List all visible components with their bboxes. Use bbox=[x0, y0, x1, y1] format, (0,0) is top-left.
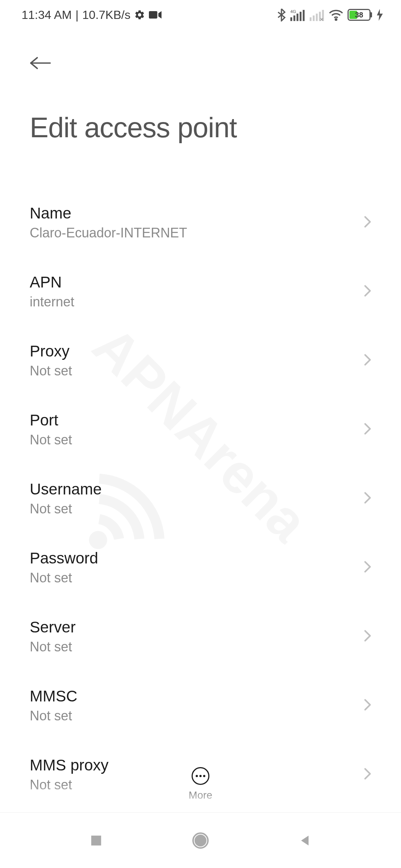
setting-value: Not set bbox=[30, 639, 356, 655]
settings-list: Name Claro-Ecuador-INTERNET APN internet… bbox=[0, 188, 401, 809]
svg-text:4G: 4G bbox=[290, 9, 296, 14]
setting-value: Claro-Ecuador-INTERNET bbox=[30, 225, 356, 241]
chevron-right-icon bbox=[364, 284, 371, 299]
setting-username[interactable]: Username Not set bbox=[0, 464, 401, 533]
setting-label: Proxy bbox=[30, 342, 356, 360]
charging-icon bbox=[376, 9, 383, 21]
status-time: 11:34 AM bbox=[22, 8, 72, 22]
setting-value: Not set bbox=[30, 708, 356, 724]
signal-no-sim-icon: ✕ bbox=[310, 8, 325, 22]
status-separator: | bbox=[75, 8, 78, 22]
setting-apn[interactable]: APN internet bbox=[0, 257, 401, 326]
setting-label: APN bbox=[30, 273, 356, 291]
chevron-right-icon bbox=[364, 698, 371, 713]
setting-value: Not set bbox=[30, 432, 356, 448]
chevron-right-icon bbox=[364, 491, 371, 506]
svg-rect-4 bbox=[293, 16, 295, 21]
status-bar: 11:34 AM | 10.7KB/s 4G ✕ bbox=[0, 0, 401, 30]
navigation-bar bbox=[0, 812, 401, 868]
svg-rect-10 bbox=[316, 14, 318, 21]
svg-rect-5 bbox=[297, 14, 299, 21]
bluetooth-icon bbox=[277, 8, 286, 22]
svg-point-14 bbox=[335, 19, 337, 20]
setting-proxy[interactable]: Proxy Not set bbox=[0, 326, 401, 395]
setting-password[interactable]: Password Not set bbox=[0, 533, 401, 602]
chevron-right-icon bbox=[364, 629, 371, 644]
setting-value: Not set bbox=[30, 501, 356, 517]
chevron-right-icon bbox=[364, 215, 371, 230]
back-button[interactable] bbox=[30, 52, 52, 74]
svg-rect-1 bbox=[149, 11, 157, 19]
setting-value: Not set bbox=[30, 570, 356, 586]
svg-rect-6 bbox=[300, 12, 301, 21]
svg-point-18 bbox=[195, 835, 206, 846]
chevron-right-icon bbox=[364, 353, 371, 368]
signal-4g-icon: 4G bbox=[290, 8, 305, 22]
chevron-right-icon bbox=[364, 422, 371, 437]
setting-label: Password bbox=[30, 549, 356, 567]
svg-text:✕: ✕ bbox=[320, 17, 324, 22]
wifi-icon bbox=[329, 9, 343, 21]
svg-rect-7 bbox=[303, 10, 304, 21]
camera-icon bbox=[149, 10, 162, 19]
gear-icon bbox=[134, 9, 145, 20]
nav-recents-button[interactable] bbox=[89, 833, 104, 848]
svg-rect-3 bbox=[290, 17, 292, 21]
chevron-right-icon bbox=[364, 560, 371, 575]
setting-label: Server bbox=[30, 618, 356, 636]
svg-rect-16 bbox=[91, 835, 101, 845]
setting-value: Not set bbox=[30, 363, 356, 379]
status-data-rate: 10.7KB/s bbox=[82, 8, 131, 22]
setting-name[interactable]: Name Claro-Ecuador-INTERNET bbox=[0, 188, 401, 257]
setting-server[interactable]: Server Not set bbox=[0, 602, 401, 671]
nav-home-button[interactable] bbox=[192, 832, 209, 849]
page-title: Edit access point bbox=[30, 111, 371, 144]
svg-rect-9 bbox=[313, 16, 314, 21]
setting-mms-proxy[interactable]: MMS proxy Not set bbox=[0, 740, 401, 809]
setting-label: Port bbox=[30, 411, 356, 429]
battery-indicator: 38 bbox=[348, 9, 372, 21]
nav-back-button[interactable] bbox=[297, 833, 312, 848]
setting-label: MMS proxy bbox=[30, 756, 356, 774]
setting-label: Username bbox=[30, 480, 356, 498]
chevron-right-icon bbox=[364, 767, 371, 782]
setting-mmsc[interactable]: MMSC Not set bbox=[0, 671, 401, 740]
setting-label: Name bbox=[30, 204, 356, 222]
setting-port[interactable]: Port Not set bbox=[0, 395, 401, 464]
setting-value: Not set bbox=[30, 777, 356, 793]
svg-rect-8 bbox=[310, 17, 312, 21]
setting-label: MMSC bbox=[30, 687, 356, 705]
setting-value: internet bbox=[30, 294, 356, 310]
